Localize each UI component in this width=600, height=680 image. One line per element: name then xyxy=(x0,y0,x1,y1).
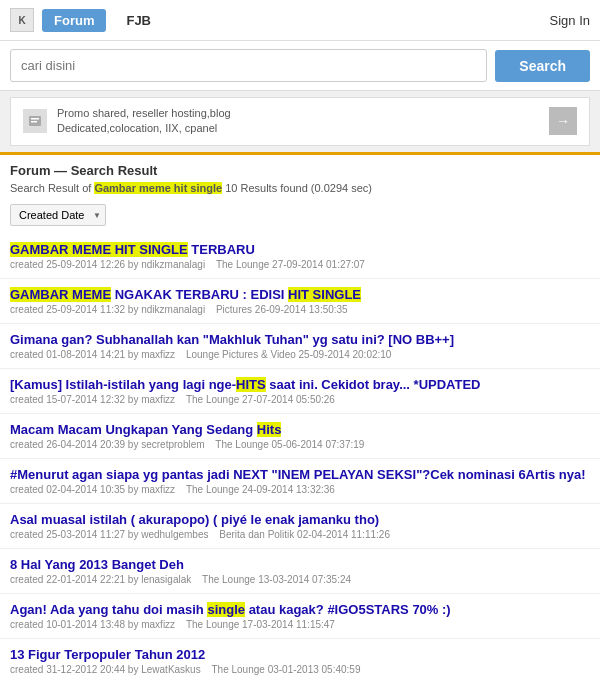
result-meta: created 22-01-2014 22:21 by lenasigalak … xyxy=(10,574,590,585)
list-item: 13 Figur Terpopuler Tahun 2012 created 3… xyxy=(0,639,600,680)
list-item: [Kamus] Istilah-istilah yang lagi nge-HI… xyxy=(0,369,600,414)
list-item: Gimana gan? Subhanallah kan "Makhluk Tuh… xyxy=(0,324,600,369)
svg-rect-2 xyxy=(31,121,37,123)
results-count: 10 Results found (0.0294 sec) xyxy=(225,182,372,194)
results-subtitle: Search Result of Gambar meme hit single … xyxy=(0,182,600,200)
list-item: Agan! Ada yang tahu doi masih single ata… xyxy=(0,594,600,639)
result-meta: created 10-01-2014 13:48 by maxfizz The … xyxy=(10,619,590,630)
list-item: 8 Hal Yang 2013 Banget Deh created 22-01… xyxy=(0,549,600,594)
sort-row: Created Date Relevance Last Reply xyxy=(0,200,600,234)
list-item: Asal muasal istilah ( akurapopo) ( piyé … xyxy=(0,504,600,549)
promo-text: Promo shared, reseller hosting,blog Dedi… xyxy=(57,106,539,137)
fjb-tab[interactable]: FJB xyxy=(114,9,163,32)
result-meta: created 25-09-2014 12:26 by ndikzmanalag… xyxy=(10,259,590,270)
header: K Forum FJB Sign In xyxy=(0,0,600,41)
sign-in-link[interactable]: Sign In xyxy=(550,13,590,28)
list-item: GAMBAR MEME NGAKAK TERBARU : EDISI HIT S… xyxy=(0,279,600,324)
result-link[interactable]: 13 Figur Terpopuler Tahun 2012 xyxy=(10,647,590,662)
promo-banner: Promo shared, reseller hosting,blog Dedi… xyxy=(10,97,590,146)
result-link[interactable]: Gimana gan? Subhanallah kan "Makhluk Tuh… xyxy=(10,332,590,347)
search-input[interactable] xyxy=(10,49,487,82)
forum-tab[interactable]: Forum xyxy=(42,9,106,32)
result-meta: created 31-12-2012 20:44 by LewatKaskus … xyxy=(10,664,590,675)
result-meta: created 25-03-2014 11:27 by wedhulgembes… xyxy=(10,529,590,540)
result-link[interactable]: Agan! Ada yang tahu doi masih single ata… xyxy=(10,602,590,617)
list-item: GAMBAR MEME HIT SINGLE TERBARU created 2… xyxy=(0,234,600,279)
result-link[interactable]: #Menurut agan siapa yg pantas jadi NEXT … xyxy=(10,467,590,482)
result-link[interactable]: 8 Hal Yang 2013 Banget Deh xyxy=(10,557,590,572)
result-meta: created 26-04-2014 20:39 by secretproble… xyxy=(10,439,590,450)
sort-wrapper: Created Date Relevance Last Reply xyxy=(10,204,106,226)
result-link[interactable]: Macam Macam Ungkapan Yang Sedang Hits xyxy=(10,422,590,437)
result-link[interactable]: GAMBAR MEME HIT SINGLE TERBARU xyxy=(10,242,590,257)
result-meta: created 25-09-2014 11:32 by ndikzmanalag… xyxy=(10,304,590,315)
result-meta: created 15-07-2014 12:32 by maxfizz The … xyxy=(10,394,590,405)
result-list: GAMBAR MEME HIT SINGLE TERBARU created 2… xyxy=(0,234,600,680)
logo-icon: K xyxy=(10,8,34,32)
svg-rect-1 xyxy=(31,118,39,120)
list-item: #Menurut agan siapa yg pantas jadi NEXT … xyxy=(0,459,600,504)
promo-icon xyxy=(23,109,47,133)
query-highlight: Gambar meme hit single xyxy=(94,182,222,194)
result-link[interactable]: GAMBAR MEME NGAKAK TERBARU : EDISI HIT S… xyxy=(10,287,590,302)
search-button[interactable]: Search xyxy=(495,50,590,82)
search-bar: Search xyxy=(0,41,600,91)
results-container: Forum — Search Result Search Result of G… xyxy=(0,152,600,680)
list-item: Macam Macam Ungkapan Yang Sedang Hits cr… xyxy=(0,414,600,459)
result-link[interactable]: Asal muasal istilah ( akurapopo) ( piyé … xyxy=(10,512,590,527)
result-meta: created 01-08-2014 14:21 by maxfizz Loun… xyxy=(10,349,590,360)
sort-select[interactable]: Created Date Relevance Last Reply xyxy=(10,204,106,226)
result-meta: created 02-04-2014 10:35 by maxfizz The … xyxy=(10,484,590,495)
results-title: Forum — Search Result xyxy=(0,155,600,182)
promo-arrow-button[interactable]: → xyxy=(549,107,577,135)
result-link[interactable]: [Kamus] Istilah-istilah yang lagi nge-HI… xyxy=(10,377,590,392)
